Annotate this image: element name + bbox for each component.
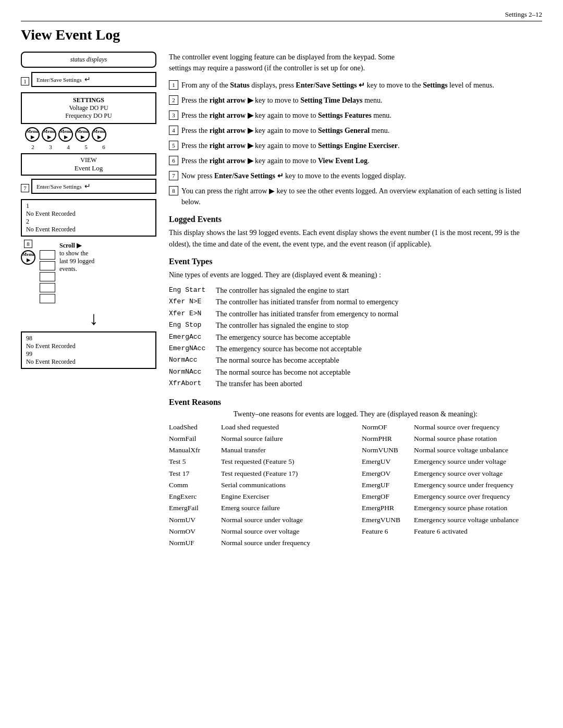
reason-code: NormOV [169,526,221,537]
event-types-heading: Event Types [169,257,542,266]
reason-desc: Engine Exerciser [221,491,349,502]
step-item-1: 1 From any of the Status displays, press… [169,80,542,91]
event-type-row: XfrAbortThe transfer has been aborted [169,378,542,390]
event2-num2: 99 [26,350,151,358]
step-item-4: 4 Press the right arrow ▶ key again to m… [169,125,542,136]
event-type-code: Eng Start [169,285,216,297]
reason-desc: Test requested (Feature 5) [221,456,349,467]
event-type-desc: The transfer has been aborted [216,378,542,390]
reason-row: Test 5Test requested (Feature 5) [169,456,349,467]
reason-row: EmergOVEmergency source over voltage [362,468,542,479]
btn-num-6: 6 [96,144,112,150]
reason-desc: Emergency source under voltage [414,456,542,467]
step-item-5: 5 Press the right arrow ▶ key again to m… [169,140,542,151]
reason-code: Comm [169,479,221,491]
reason-row: Test 17Test requested (Feature 17) [169,468,349,479]
reason-desc: Normal source over voltage [221,526,349,537]
enter-save-btn2[interactable]: Enter/Save Settings ↵ [31,179,156,194]
reason-code: NormPHR [362,433,414,445]
reason-desc: Test requested (Feature 17) [221,468,349,479]
reason-row: CommSerial communications [169,479,349,491]
btn-menu-right2[interactable]: Menu▶ [42,127,56,142]
reason-code: LoadShed [169,422,221,433]
view-display-box: VIEW Event Log [21,153,156,176]
reason-code: NormFail [169,433,221,445]
event-type-desc: The controller has signaled the engine t… [216,320,542,331]
down-arrow-icon: ↓ [21,307,156,329]
reason-code: NormUV [169,514,221,526]
reason-row: NormFailNormal source failure [169,433,349,445]
step-item-6: 6 Press the right arrow ▶ key again to m… [169,155,542,166]
step-item-7: 7 Now press Enter/Save Settings ↵ key to… [169,170,542,181]
view-title: VIEW [26,156,151,164]
step-item-2: 2 Press the right arrow ▶ key to move to… [169,95,542,106]
scroll-label: Scroll ▶ [59,242,94,250]
btn-menu-right1[interactable]: Menu▶ [25,127,40,142]
scroll-sub3: events. [59,265,94,273]
step-text-2: Press the right arrow ▶ key to move to S… [181,95,542,106]
header-text: Settings 2–12 [505,10,542,18]
reason-code: EmergOV [362,468,414,479]
event2-text2: No Event Recorded [26,358,151,366]
event-type-row: Xfer N>EThe controller has initiated tra… [169,297,542,308]
reason-desc: Serial communications [221,479,349,491]
reason-code: Feature 6 [362,526,414,537]
btn-menu-right4[interactable]: Menu▶ [75,127,90,142]
event-type-code: EmergAcc [169,332,216,343]
reason-row: EmergFailEmerg source failure [169,502,349,514]
view-line1: Event Log [26,164,151,172]
left-diagram: status displays 1 Enter/Save Settings ↵ … [21,52,156,371]
page-title: View Event Log [21,27,542,43]
reason-code: ManualXfr [169,445,221,456]
settings-line1: Voltage DO PU [27,104,150,112]
btn-num-4: 4 [60,144,76,150]
content-layout: status displays 1 Enter/Save Settings ↵ … [21,52,542,549]
reason-desc: Manual transfer [221,445,349,456]
event-type-code: Xfer N>E [169,297,216,308]
step-circle-5: 5 [169,141,178,150]
step7-row: 7 Enter/Save Settings ↵ [21,179,156,197]
scroll-sub1: to show the [59,250,94,257]
page-header: Settings 2–12 [21,10,542,21]
btn-num-3: 3 [43,144,58,150]
page-container: Settings 2–12 View Event Log status disp… [0,0,563,728]
btn-num-5: 5 [78,144,94,150]
arrow-buttons-row: Menu▶ Menu▶ Menu▶ Menu▶ Menu▶ [21,127,156,142]
reason-row: NormOFNormal source over frequency [362,422,542,433]
reason-code: EmergVUNB [362,514,414,526]
step-text-6: Press the right arrow ▶ key again to mov… [181,155,542,166]
step-circle-8: 8 [169,186,178,195]
event-recorded-box1: 1 No Event Recorded 2 No Event Recorded [21,199,156,237]
reason-row: NormUFNormal source under frequency [169,537,349,549]
btn-menu-right5[interactable]: Menu▶ [92,127,106,142]
steps-list: 1 From any of the Status displays, press… [169,80,542,207]
settings-display-box: SETTINGS Voltage DO PU Frequency DO PU [21,92,156,124]
reasons-col-right: NormOFNormal source over frequencyNormPH… [362,422,542,549]
reason-code: EngExerc [169,491,221,502]
reason-desc: Normal source over frequency [414,422,542,433]
reason-desc: Load shed requested [221,422,349,433]
logged-events-heading: Logged Events [169,215,542,224]
event-type-desc: The emergency source has become not acce… [216,343,542,355]
enter-save-btn[interactable]: Enter/Save Settings ↵ [31,72,156,87]
step-circle-4: 4 [169,126,178,135]
reason-code: EmergPHR [362,502,414,514]
reason-row: ManualXfrManual transfer [169,445,349,456]
event-type-code: Eng Stop [169,320,216,331]
reason-row: NormUVNormal source under voltage [169,514,349,526]
event-type-desc: The controller has initiated transfer fr… [216,309,542,320]
scroll-menu-btn[interactable]: Menu▶ [21,250,35,265]
event-type-row: EmergAccThe emergency source has become … [169,332,542,343]
reason-desc: Emergency source over voltage [414,468,542,479]
step-circle-3: 3 [169,110,178,120]
reason-row: EmergPHREmergency source phase rotation [362,502,542,514]
reason-row: EmergUFEmergency source under frequency [362,479,542,491]
event-type-code: NormAcc [169,355,216,366]
event-type-desc: The normal source has become acceptable [216,355,542,366]
event-type-row: NormNAccThe normal source has become not… [169,367,542,378]
reason-row: NormPHRNormal source phase rotation [362,433,542,445]
scroll-box-2 [40,261,55,270]
reason-row: NormVUNBNormal source voltage unbalance [362,445,542,456]
reason-code: Test 17 [169,468,221,479]
btn-menu-right3[interactable]: Menu▶ [58,127,73,142]
